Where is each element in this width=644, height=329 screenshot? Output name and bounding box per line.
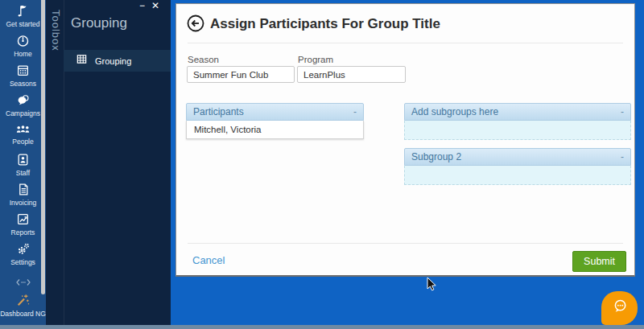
sidebar-item-invoicing[interactable]: Invoicing (0, 183, 46, 212)
toolbox-vertical-label: Toolbox (50, 10, 62, 51)
program-label: Program (298, 55, 333, 64)
magic-wand-icon (15, 293, 31, 307)
submit-button[interactable]: Submit (572, 251, 626, 272)
sidebar-item-label: Reports (11, 228, 35, 236)
toolbox-divider (64, 0, 64, 325)
invoice-icon (16, 183, 30, 196)
toolbox-item-label: Grouping (95, 56, 131, 66)
sidebar-item-staff[interactable]: Staff (0, 153, 46, 183)
code-dots-icon (15, 278, 31, 287)
participants-panel-title: Participants (193, 106, 244, 117)
line-chart-icon (16, 212, 30, 226)
gears-icon (16, 242, 31, 256)
subgroup-panel-2-title: Subgroup 2 (411, 151, 461, 162)
season-label: Season (188, 55, 219, 64)
subgroup-2-drop-zone[interactable] (404, 166, 631, 185)
page-title: Assign Participants For Group Title (210, 16, 440, 32)
sidebar-item-label: Dashboard NG (0, 310, 46, 318)
sidebar-item-label: Seasons (10, 80, 36, 88)
collapse-icon[interactable]: - (353, 106, 357, 117)
program-input[interactable] (297, 66, 406, 83)
sidebar-item-label: Campaigns (6, 109, 40, 117)
sidebar-item-label: Home (14, 50, 32, 58)
sidebar-item-settings[interactable]: Settings (0, 242, 46, 272)
golf-flag-icon (16, 4, 30, 18)
sidebar: Get started Home Seasons Campaigns Peopl… (0, 0, 46, 325)
participants-panel: Participants - Mitchell, Victoria (186, 103, 364, 139)
toolbox-title: Grouping (71, 15, 127, 31)
chat-bubbles-icon (16, 93, 31, 107)
sidebar-item-people[interactable]: People (0, 123, 46, 153)
season-input[interactable] (187, 66, 295, 83)
divider (188, 43, 623, 43)
participant-row[interactable]: Mitchell, Victoria (186, 121, 364, 139)
sidebar-item-dashboard-ng[interactable]: Dashboard NG (0, 293, 46, 323)
subgroup-panel-1: Add subgroups here - (404, 103, 631, 140)
subgroup-panel-1-title: Add subgroups here (411, 106, 498, 117)
assign-participants-dialog: Assign Participants For Group Title Seas… (175, 3, 635, 277)
collapse-icon[interactable]: - (621, 151, 624, 162)
sidebar-item-seasons[interactable]: Seasons (0, 64, 46, 93)
sidebar-item-label: Get started (6, 20, 39, 28)
id-card-icon (16, 153, 30, 167)
divider (188, 243, 623, 244)
participants-panel-header: Participants - (186, 103, 364, 121)
mouse-cursor (427, 277, 438, 296)
table-icon (64, 53, 88, 68)
chat-bubble-icon (611, 298, 629, 319)
sidebar-item-get-started[interactable]: Get started (0, 4, 46, 34)
toolbox-item-grouping[interactable]: Grouping (64, 50, 171, 72)
toolbox-panel: −✕ Toolbox Grouping Grouping (46, 0, 171, 325)
close-icon[interactable]: ✕ (151, 0, 166, 11)
subgroup-panel-2-header: Subgroup 2 - (404, 148, 631, 166)
cancel-link[interactable]: Cancel (192, 254, 225, 266)
sidebar-scrollbar[interactable] (41, 0, 45, 294)
sidebar-item-label: Invoicing (10, 199, 37, 207)
collapse-icon[interactable]: - (621, 106, 624, 117)
sidebar-item-label: Staff (16, 169, 30, 177)
sidebar-item-reports[interactable]: Reports (0, 212, 46, 242)
chat-fab-button[interactable] (601, 291, 638, 325)
gauge-icon (16, 34, 30, 47)
people-icon (15, 123, 31, 135)
subgroup-1-drop-zone[interactable] (404, 121, 631, 140)
sidebar-item-label: Settings (10, 258, 35, 266)
sidebar-item-label: People (12, 138, 33, 146)
calendar-icon (16, 64, 30, 77)
subgroup-panel-2: Subgroup 2 - (404, 148, 631, 185)
minimize-icon[interactable]: − (139, 0, 151, 11)
sidebar-item-campaigns[interactable]: Campaigns (0, 93, 46, 123)
sidebar-item-home[interactable]: Home (0, 34, 46, 64)
sidebar-item-expand[interactable] (0, 272, 46, 293)
back-arrow-icon[interactable] (187, 14, 204, 32)
subgroup-panel-1-header: Add subgroups here - (404, 103, 631, 121)
window-bottom-edge (0, 325, 644, 329)
